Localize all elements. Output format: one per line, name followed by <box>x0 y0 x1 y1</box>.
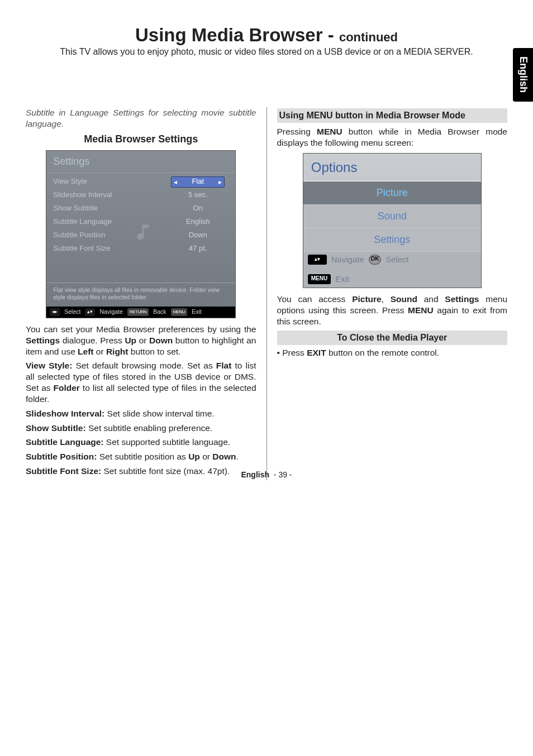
access-paragraph: You can access Picture, Sound and Settin… <box>277 294 508 327</box>
settings-row-view-style: View Style ◂ Flat ▸ <box>53 175 229 189</box>
footer-exit-label: Exit <box>335 274 349 284</box>
footer-navigate-label: Navigate <box>99 308 122 315</box>
footer-navigate-label: Navigate <box>331 254 364 265</box>
options-item-settings: Settings <box>303 228 481 252</box>
settings-row-slideshow-interval: Slideshow Interval 5 sec. <box>53 189 229 202</box>
options-shot-footer: Navigate OK Select MENU Exit <box>303 252 481 288</box>
subtitle-position-paragraph: Subtitle Position: Set subtitle position… <box>26 451 256 462</box>
page-title: Using Media Browser - continued <box>21 25 512 46</box>
settings-row-value: 5 sec. <box>167 190 229 200</box>
footer-exit-label: Exit <box>192 308 202 315</box>
footer-language: English <box>241 470 269 479</box>
view-style-paragraph: View Style: Set default browsing mode. S… <box>26 360 256 404</box>
footer-select-label: Select <box>64 308 80 315</box>
settings-row-value: 47 pt. <box>167 244 229 253</box>
menu-key-icon: MENU <box>308 274 331 284</box>
arrow-left-icon: ◂ <box>174 178 177 186</box>
settings-row-label: Slideshow Interval <box>53 190 167 200</box>
title-continued: continued <box>339 30 398 44</box>
preferences-paragraph: You can set your Media Browser preferenc… <box>26 324 256 357</box>
subtitle-language-note: Subtitle in Language Settings for select… <box>26 107 256 130</box>
settings-row-value-selected: ◂ Flat ▸ <box>171 176 225 188</box>
left-column: Subtitle in Language Settings for select… <box>21 107 267 480</box>
options-screenshot: Options Picture Sound Settings Navigate … <box>303 153 482 288</box>
settings-row-value: English <box>167 217 229 227</box>
language-side-tab: English <box>513 48 533 102</box>
show-subtitle-paragraph: Show Subtitle: Set subtitle enabling pre… <box>26 423 256 434</box>
footer-select-label: Select <box>386 254 409 265</box>
settings-row-value-text: Flat <box>192 177 204 186</box>
media-browser-settings-heading: Media Browser Settings <box>26 133 256 146</box>
settings-row-label: Show Subtitle <box>53 204 167 213</box>
menu-press-paragraph: Pressing MENU button while in Media Brow… <box>277 126 508 149</box>
close-media-player-heading: To Close the Media Player <box>277 331 508 345</box>
settings-shot-footer: Select Navigate RETURN Back MENU Exit <box>46 307 235 318</box>
options-item-picture: Picture <box>303 181 481 205</box>
settings-row-value: On <box>167 204 229 213</box>
slideshow-interval-paragraph: Slideshow Interval: Set slide show inter… <box>26 408 256 419</box>
close-media-player-bullet: Press EXIT button on the remote control. <box>277 347 508 358</box>
menu-key-icon: MENU <box>171 308 188 316</box>
title-main: Using Media Browser - <box>135 25 339 45</box>
footer-back-label: Back <box>153 308 166 315</box>
page-subtitle: This TV allows you to enjoy photo, music… <box>21 47 512 57</box>
left-right-key-icon <box>50 308 60 316</box>
ok-key-icon: OK <box>369 255 381 265</box>
options-item-sound: Sound <box>303 205 481 228</box>
return-key-icon: RETURN <box>127 308 149 316</box>
settings-row-label: Subtitle Font Size <box>53 244 167 253</box>
subtitle-language-paragraph: Subtitle Language: Set supported subtitl… <box>26 437 256 448</box>
right-column: Using MENU button in Media Browser Mode … <box>267 107 512 480</box>
using-menu-heading: Using MENU button in Media Browser Mode <box>277 108 508 123</box>
music-note-icon <box>135 222 155 242</box>
settings-row-subtitle-font-size: Subtitle Font Size 47 pt. <box>53 242 229 256</box>
page-footer: English - 39 - <box>0 470 533 479</box>
options-shot-header: Options <box>303 154 481 181</box>
settings-screenshot: Settings View Style ◂ Flat ▸ S <box>46 150 236 318</box>
up-down-key-icon <box>85 308 95 316</box>
up-down-key-icon <box>308 255 327 265</box>
footer-page-number: - 39 - <box>274 470 292 479</box>
settings-shot-header: Settings <box>46 151 235 173</box>
settings-shot-description: Flat view style displays all files in re… <box>46 283 235 307</box>
settings-row-show-subtitle: Show Subtitle On <box>53 202 229 216</box>
arrow-right-icon: ▸ <box>218 178 222 186</box>
settings-row-label: View Style <box>53 177 167 186</box>
settings-row-value: Down <box>167 231 229 240</box>
